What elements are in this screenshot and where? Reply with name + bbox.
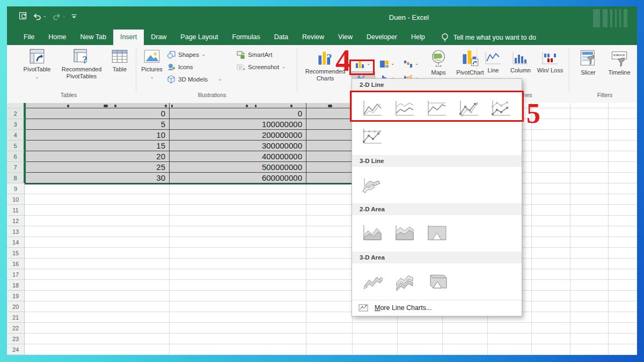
gridline (570, 103, 570, 355)
cell-col1-row7[interactable]: 25 (26, 162, 169, 173)
tab-developer[interactable]: Developer (360, 29, 404, 45)
tab-new-tab[interactable]: New Tab (74, 29, 113, 45)
cell-col2-row4[interactable]: 200000000 (170, 130, 305, 141)
chart-type-stacked-area[interactable] (390, 219, 420, 247)
row-header-8[interactable]: 8 (7, 173, 25, 183)
pivottable-button[interactable]: PivotTable ⌄ (17, 48, 57, 79)
clipped-text-remnant (114, 105, 116, 107)
menu-section-title: 2-D Line (352, 79, 522, 91)
pictures-button[interactable]: Pictures ⌄ (139, 48, 165, 79)
row-header-19[interactable]: 19 (7, 291, 25, 301)
row-header-23[interactable]: 23 (7, 334, 25, 344)
selection-border (25, 183, 352, 184)
tab-insert[interactable]: Insert (113, 29, 144, 45)
row-header-11[interactable]: 11 (7, 205, 25, 216)
row-header-20[interactable]: 20 (7, 301, 25, 312)
timeline-button[interactable]: Timeline (604, 49, 635, 76)
tab-help[interactable]: Help (404, 29, 432, 45)
undo-button[interactable]: ⌄ (33, 12, 47, 20)
chart-type-area[interactable] (357, 219, 387, 247)
sparkline-column-button[interactable]: Column (507, 50, 534, 74)
cell-col1-row5[interactable]: 15 (26, 141, 169, 151)
tab-formulas[interactable]: Formulas (225, 29, 267, 45)
recommended-pivottables-button[interactable]: ? Recommended PivotTables (58, 48, 105, 80)
row-header-16[interactable]: 16 (7, 258, 25, 269)
cell-col2-row7[interactable]: 500000000 (170, 162, 305, 173)
annotation-step-4: 4 (335, 45, 351, 76)
sparkline-line-button[interactable]: Line (481, 50, 505, 74)
cell-col2-row8[interactable]: 600000000 (170, 173, 305, 183)
slicer-label: Slicer (575, 69, 602, 76)
screenshot-icon (237, 63, 245, 71)
cell-col1-row4[interactable]: 10 (26, 130, 169, 141)
shapes-button[interactable]: Shapes ⌄ (167, 50, 206, 59)
cell-col2-row6[interactable]: 400000000 (170, 151, 305, 162)
chart-type-3-d-stacked-area[interactable] (390, 268, 420, 295)
row-header-18[interactable]: 18 (7, 280, 25, 291)
chart-type-3-d-area[interactable] (357, 268, 387, 295)
chart-type-100-stacked-line-with-markers[interactable] (357, 123, 387, 151)
gridline (25, 226, 637, 226)
sparkline-winloss-button[interactable]: Win/ Loss (536, 50, 564, 74)
tab-draw[interactable]: Draw (144, 29, 173, 45)
3d-models-label: 3D Models (178, 76, 208, 83)
row-header-13[interactable]: 13 (7, 226, 25, 237)
sheet-area[interactable]: 2345678910111213141516171819202122232400… (7, 103, 637, 355)
gridline (25, 301, 637, 301)
row-header-10[interactable]: 10 (7, 194, 25, 205)
row-header-6[interactable]: 6 (7, 151, 25, 162)
cell-col1-row8[interactable]: 30 (26, 173, 169, 183)
ribbon-tab-bar: FileHomeNew TabInsertDrawPage LayoutForm… (7, 29, 637, 45)
cell-col2-row5[interactable]: 300000000 (170, 141, 305, 151)
cell-border (306, 103, 306, 183)
tab-home[interactable]: Home (41, 29, 73, 45)
gridline (25, 354, 637, 355)
chart-type-3-d-line[interactable] (357, 171, 387, 199)
3d-models-button[interactable]: 3D Models ⌄ (167, 75, 222, 84)
timeline-label: Timeline (604, 69, 635, 76)
row-header-22[interactable]: 22 (7, 323, 25, 334)
insert-hierarchy-chart-button[interactable]: ⌄ (376, 57, 398, 70)
tab-file[interactable]: File (17, 29, 41, 45)
cell-col2-row2[interactable]: 0 (170, 108, 305, 119)
row-header-partial[interactable] (7, 103, 25, 108)
insert-waterfall-chart-button[interactable]: ⌄ (400, 57, 422, 70)
row-header-21[interactable]: 21 (7, 312, 25, 323)
row-header-24[interactable]: 24 (7, 344, 25, 355)
row-header-2[interactable]: 2 (7, 108, 25, 119)
cell-col1-row6[interactable]: 20 (26, 151, 169, 162)
lightbulb-icon (441, 33, 449, 42)
chart-type-100-stacked-area[interactable] (422, 219, 452, 247)
cell-col1-row2[interactable]: 0 (26, 108, 169, 119)
row-header-9[interactable]: 9 (7, 183, 25, 194)
screenshot-button[interactable]: Screenshot ⌄ (237, 63, 286, 71)
tab-page-layout[interactable]: Page Layout (173, 29, 225, 45)
tab-data[interactable]: Data (267, 29, 295, 45)
row-header-3[interactable]: 3 (7, 119, 25, 130)
chevron-down-icon: ⌄ (62, 14, 66, 18)
table-button[interactable]: Table (105, 48, 135, 73)
smartart-button[interactable]: SmartArt (237, 50, 272, 59)
gridline (25, 279, 637, 280)
cell-col2-row3[interactable]: 100000000 (170, 119, 305, 130)
svg-text:?: ? (326, 52, 332, 64)
chart-type-3-d-100-stacked-area[interactable] (422, 268, 452, 295)
icons-button[interactable]: Icons (167, 63, 193, 71)
row-header-12[interactable]: 12 (7, 216, 25, 226)
cell-col1-row3[interactable]: 5 (26, 119, 169, 130)
row-header-4[interactable]: 4 (7, 130, 25, 141)
customize-qat-button[interactable] (71, 13, 77, 19)
row-header-7[interactable]: 7 (7, 162, 25, 173)
tell-me-box[interactable]: Tell me what you want to do (441, 29, 536, 45)
redo-button[interactable]: ⌄ (52, 12, 66, 20)
save-icon[interactable] (19, 12, 27, 20)
more-line-charts-item[interactable]: More Line Charts... (352, 300, 522, 315)
row-header-5[interactable]: 5 (7, 141, 25, 151)
row-header-14[interactable]: 14 (7, 237, 25, 248)
slicer-button[interactable]: Slicer (575, 49, 602, 76)
maps-button[interactable]: Maps (425, 49, 452, 76)
tab-review[interactable]: Review (295, 29, 331, 45)
row-header-17[interactable]: 17 (7, 269, 25, 280)
row-header-15[interactable]: 15 (7, 248, 25, 258)
gridline (25, 247, 637, 248)
